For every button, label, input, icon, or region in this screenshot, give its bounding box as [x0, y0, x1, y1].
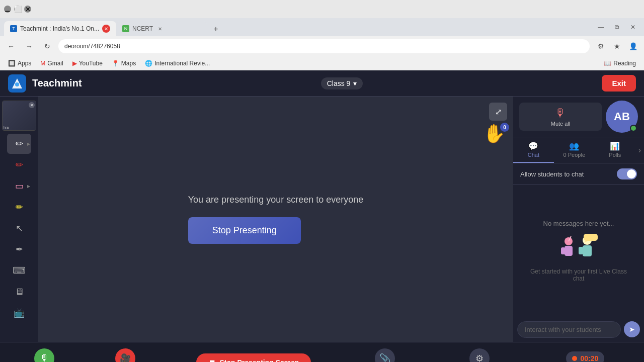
- left-toolbar: ✕ hra ✏ ▶ ✏ ▭ ▶ ✏ ↖ ✒: [0, 97, 38, 342]
- presenting-text: You are presenting your screen to everyo…: [188, 195, 364, 205]
- bookmark-intl-label: International Revie...: [154, 60, 210, 67]
- cursor-tool-button[interactable]: ↖: [7, 218, 31, 238]
- monitor-tool-button[interactable]: 📺: [7, 303, 31, 323]
- mute-icon: 🎙: [555, 107, 566, 120]
- bookmark-maps-label: Maps: [121, 60, 136, 67]
- tab-people[interactable]: 👥 0 People: [554, 137, 595, 163]
- stop-presenting-screen-button[interactable]: ⏹ Stop Presenting Screen: [196, 353, 311, 363]
- browser-chrome: ⚊ ⬜ ✕ T Teachmint : India's No.1 On... ✕…: [0, 0, 644, 70]
- screenshot-icon: 🖥: [15, 287, 24, 297]
- chat-send-button[interactable]: ➤: [624, 321, 640, 337]
- brush-tool-button[interactable]: ✏: [7, 155, 31, 175]
- share-files-button[interactable]: 📎 Share files: [372, 348, 398, 363]
- extension-icon[interactable]: ⚙: [594, 39, 608, 53]
- panel-collapse-button[interactable]: ›: [635, 137, 644, 163]
- polls-icon: 📊: [610, 141, 620, 151]
- new-tab-button[interactable]: +: [209, 22, 223, 36]
- fullscreen-icon: ⤢: [495, 107, 502, 117]
- recording-control[interactable]: 00:20: [566, 351, 604, 362]
- cursor-icon: ↖: [16, 223, 23, 234]
- bookmark-gmail-label: Gmail: [47, 60, 63, 67]
- class-name: Class 9: [327, 79, 351, 87]
- class-selector[interactable]: Class 9 ▾: [321, 77, 363, 89]
- allow-chat-toggle[interactable]: [617, 168, 637, 179]
- screenshot-tool-button[interactable]: 🖥: [7, 282, 31, 302]
- exit-button[interactable]: Exit: [602, 75, 636, 92]
- eraser-tool-button[interactable]: ▭ ▶: [7, 176, 31, 196]
- user-avatar[interactable]: AB: [606, 101, 638, 133]
- main-content: ✕ hra ✏ ▶ ✏ ▭ ▶ ✏ ↖ ✒: [0, 97, 644, 342]
- window-controls: ⚊ ⬜ ✕: [4, 6, 31, 13]
- reload-button[interactable]: ↻: [40, 39, 54, 53]
- recording-area[interactable]: 00:20 Stop/Pause recording: [561, 351, 609, 362]
- stop-presenting-button[interactable]: Stop Presenting: [188, 217, 301, 244]
- minimize-button[interactable]: ⚊: [4, 6, 11, 13]
- allow-chat-label: Allow students to chat: [520, 170, 584, 178]
- app-header: Teachmint Class 9 ▾ Exit: [0, 70, 644, 97]
- window-close-icon[interactable]: ✕: [626, 20, 640, 34]
- no-messages-text: No messages here yet...: [543, 220, 614, 227]
- tab-teachmint[interactable]: T Teachmint : India's No.1 On... ✕: [4, 21, 116, 36]
- bookmark-apps-label: Apps: [18, 60, 31, 67]
- mic-icon: 🎙: [34, 348, 54, 363]
- svg-rect-5: [561, 247, 565, 254]
- expand-icon: ▶: [27, 184, 30, 189]
- tab-ncert-close[interactable]: ✕: [156, 25, 164, 33]
- svg-point-2: [15, 82, 19, 86]
- keyboard-tool-button[interactable]: ⌨: [7, 260, 31, 281]
- highlight-tool-button[interactable]: ✏: [7, 197, 31, 217]
- stop-screen-icon: ⏹: [208, 358, 215, 363]
- panel-tabs: 💬 Chat 👥 0 People 📊 Polls ›: [513, 137, 644, 163]
- bookmark-icon[interactable]: ★: [610, 39, 624, 53]
- back-button[interactable]: ←: [4, 39, 18, 53]
- bookmark-maps[interactable]: 📍 Maps: [108, 59, 140, 68]
- mute-all-label: Mute all: [551, 121, 571, 127]
- tab-polls[interactable]: 📊 Polls: [595, 137, 635, 163]
- mic-button[interactable]: 🎙 Mic: [34, 348, 54, 363]
- reading-icon: 📖: [604, 60, 611, 67]
- video-button[interactable]: 🎥 Video: [115, 348, 135, 363]
- tab-teachmint-label: Teachmint : India's No.1 On...: [20, 25, 99, 32]
- people-icon: 👥: [569, 141, 579, 151]
- online-dot: [630, 125, 637, 132]
- chat-input[interactable]: [517, 321, 621, 338]
- chat-icon: 💬: [528, 141, 538, 151]
- bookmark-gmail[interactable]: M Gmail: [36, 59, 67, 68]
- svg-rect-6: [569, 247, 573, 254]
- profile-icon[interactable]: 👤: [626, 39, 640, 53]
- tab-teachmint-close[interactable]: ✕: [102, 25, 110, 33]
- pencil-tool-button[interactable]: ✒: [7, 239, 31, 259]
- intl-review-icon: 🌐: [145, 60, 152, 67]
- eraser-icon: ▭: [15, 180, 24, 192]
- hand-raise-area[interactable]: 0 ✋: [483, 125, 507, 149]
- presenting-section: You are presenting your screen to everyo…: [188, 195, 364, 244]
- tab-ncert[interactable]: N NCERT ✕: [116, 21, 207, 36]
- window-restore-icon[interactable]: ⧉: [610, 20, 624, 34]
- address-bar-row: ← → ↻ deoroom/748276058 ⚙ ★ 👤: [0, 36, 644, 56]
- bookmark-reading[interactable]: 📖 Reading: [600, 59, 640, 68]
- bookmark-youtube[interactable]: ▶ YouTube: [68, 59, 107, 68]
- hand-count-badge: 0: [500, 123, 509, 132]
- student-controls-button[interactable]: ⚙ Student Controls: [459, 348, 500, 363]
- teachmint-logo-icon: [8, 74, 26, 93]
- slide-thumbnail: ✕ hra: [2, 101, 36, 131]
- tab-chat[interactable]: 💬 Chat: [513, 137, 554, 163]
- gmail-icon: M: [40, 60, 45, 67]
- tab-people-label: 0 People: [564, 152, 585, 158]
- close-button[interactable]: ✕: [24, 6, 31, 13]
- forward-button[interactable]: →: [22, 39, 36, 53]
- address-bar[interactable]: deoroom/748276058: [58, 39, 590, 53]
- bookmark-apps[interactable]: 🔲 Apps: [4, 59, 35, 68]
- fullscreen-button[interactable]: ⤢: [489, 103, 507, 121]
- bookmark-international-review[interactable]: 🌐 International Revie...: [141, 59, 214, 68]
- teachmint-favicon: T: [10, 25, 17, 32]
- mute-all-button[interactable]: 🎙 Mute all: [519, 103, 602, 131]
- thumbnail-close[interactable]: ✕: [29, 102, 35, 108]
- maximize-button[interactable]: ⬜: [14, 6, 21, 13]
- pen-tool-button[interactable]: ✏ ▶: [7, 134, 31, 154]
- highlight-icon: ✏: [16, 202, 23, 213]
- student-controls-icon: ⚙: [469, 348, 490, 363]
- bottom-bar: 🎙 Mic 🎥 Video ⏹ Stop Presenting Screen 📎…: [0, 342, 644, 362]
- window-minimize-icon[interactable]: —: [594, 20, 608, 34]
- app-container: Teachmint Class 9 ▾ Exit ✕ hra ✏ ▶ ✏: [0, 70, 644, 362]
